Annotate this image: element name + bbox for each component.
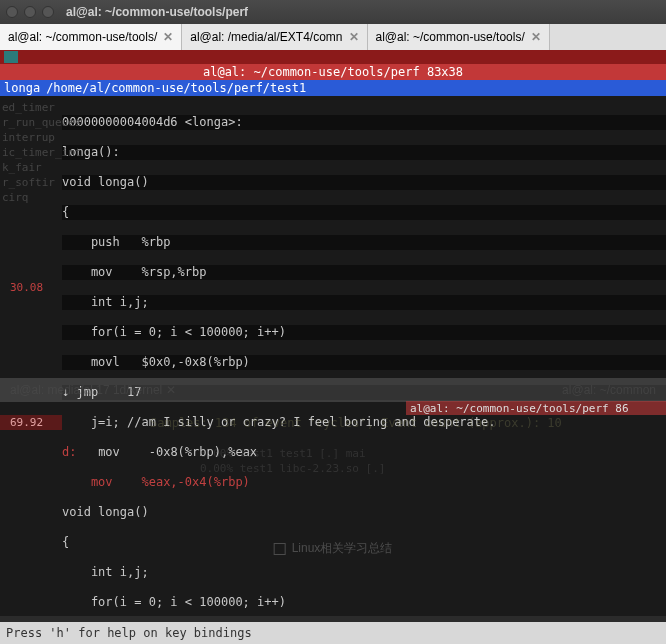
percent-hot-1: 30.08 (10, 280, 43, 295)
asm-addr: 00000000004004d6 <longa>: (62, 115, 666, 130)
menu-icon[interactable] (4, 51, 18, 63)
tab-label: al@al: ~/common-use/tools/ (376, 30, 525, 44)
asm-push: push %rbp (62, 235, 666, 250)
window-maximize-button[interactable] (42, 6, 54, 18)
src-sig: void longa() (62, 175, 666, 190)
perf-path: /home/al/common-use/tools/perf/test1 (46, 81, 306, 95)
gutter-text: ic_timer_int (2, 145, 60, 160)
asm-jmp: ↓ jmp 17 (62, 385, 666, 400)
gutter: ed_timer r_run_queues interrup ic_timer_… (0, 96, 62, 616)
disassembly: 00000000004004d6 <longa>: longa(): void … (62, 100, 666, 644)
gutter-text: interrup (2, 130, 60, 145)
gutter-text: k_fair (2, 160, 60, 175)
perf-header-bar: longa /home/al/common-use/tools/perf/tes… (0, 80, 666, 96)
window-titlebar: al@al: ~/common-use/tools/perf (0, 0, 666, 24)
window-close-button[interactable] (6, 6, 18, 18)
asm-label-d: d: mov -0x8(%rbp),%eax (62, 445, 666, 460)
tab-0[interactable]: al@al: ~/common-use/tools/ ✕ (0, 24, 182, 50)
asm-func: longa(): (62, 145, 666, 160)
asm-movl: movl $0x0,-0x8(%rbp) (62, 355, 666, 370)
perf-symbol: longa (4, 81, 46, 95)
byobu-strip (0, 50, 666, 64)
terminal-tabbar: al@al: ~/common-use/tools/ ✕ al@al: /med… (0, 24, 666, 50)
src-for: for(i = 0; i < 100000; i++) (62, 325, 666, 340)
tab-label: al@al: /media/al/EXT4/comn (190, 30, 342, 44)
gutter-text: ed_timer (2, 100, 60, 115)
window-minimize-button[interactable] (24, 6, 36, 18)
close-icon[interactable]: ✕ (349, 30, 359, 44)
window-title: al@al: ~/common-use/tools/perf (66, 5, 248, 19)
src-sig: void longa() (62, 505, 666, 520)
src-for: for(i = 0; i < 100000; i++) (62, 595, 666, 610)
tab-1[interactable]: al@al: /media/al/EXT4/comn ✕ (182, 24, 367, 50)
gutter-text: r_run_queues (2, 115, 60, 130)
src-decl: int i,j; (62, 565, 666, 580)
help-bar: Press 'h' for help on key bindings (0, 622, 666, 644)
gutter-text: r_softir (2, 175, 60, 190)
perf-annotate-view[interactable]: ed_timer r_run_queues interrup ic_timer_… (0, 96, 666, 616)
src-brace: { (62, 535, 666, 550)
tab-2[interactable]: al@al: ~/common-use/tools/ ✕ (368, 24, 550, 50)
src-decl: int i,j; (62, 295, 666, 310)
src-brace: { (62, 205, 666, 220)
close-icon[interactable]: ✕ (163, 30, 173, 44)
session-status-text: al@al: ~/common-use/tools/perf 83x38 (203, 65, 463, 79)
close-icon[interactable]: ✕ (531, 30, 541, 44)
percent-hot-2: 69.92 (10, 415, 43, 430)
help-text: Press 'h' for help on key bindings (6, 626, 252, 640)
asm-mov: mov %rsp,%rbp (62, 265, 666, 280)
session-status-bar: al@al: ~/common-use/tools/perf 83x38 (0, 64, 666, 80)
asm-hot-mov: mov %eax,-0x4(%rbp) (62, 475, 666, 490)
gutter-text: cirq (2, 190, 60, 205)
tab-label: al@al: ~/common-use/tools/ (8, 30, 157, 44)
src-comment: j=i; //am I silly or crazy? I feel borin… (62, 415, 666, 430)
